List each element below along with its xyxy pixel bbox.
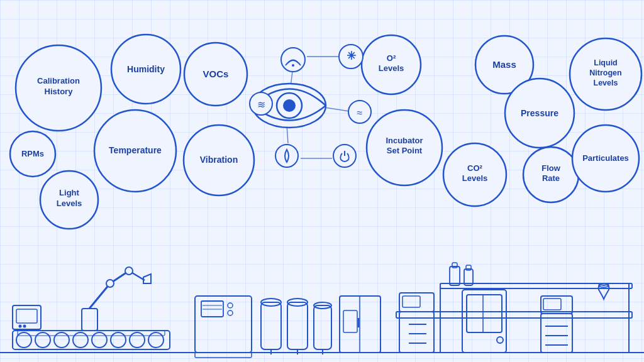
- svg-text:History: History: [45, 87, 74, 96]
- svg-point-71: [19, 325, 22, 328]
- svg-text:VOCs: VOCs: [203, 69, 229, 79]
- svg-text:Pressure: Pressure: [521, 108, 558, 118]
- svg-text:Levels: Levels: [462, 173, 487, 183]
- svg-point-77: [106, 280, 114, 287]
- svg-text:≈: ≈: [357, 107, 363, 118]
- svg-rect-88: [287, 302, 308, 349]
- svg-line-74: [89, 283, 110, 309]
- svg-rect-85: [195, 353, 252, 358]
- svg-text:Mass: Mass: [492, 59, 516, 70]
- svg-rect-86: [261, 302, 281, 349]
- svg-rect-118: [543, 299, 561, 310]
- svg-text:Calibration: Calibration: [37, 76, 80, 85]
- svg-point-65: [111, 332, 126, 348]
- svg-point-46: [283, 99, 296, 112]
- factory-illustration: [0, 236, 644, 362]
- svg-text:Light: Light: [59, 188, 79, 197]
- svg-point-72: [23, 325, 26, 328]
- svg-point-62: [54, 332, 69, 348]
- svg-text:RPMs: RPMs: [21, 149, 44, 158]
- svg-text:Particulates: Particulates: [582, 153, 629, 163]
- svg-rect-110: [467, 295, 502, 332]
- svg-rect-70: [16, 309, 37, 323]
- svg-text:✳: ✳: [347, 50, 356, 62]
- svg-text:CO²: CO²: [467, 163, 483, 173]
- svg-rect-104: [402, 296, 420, 307]
- svg-point-66: [130, 332, 145, 348]
- svg-text:Temperature: Temperature: [109, 145, 162, 155]
- svg-point-67: [148, 332, 164, 348]
- svg-rect-90: [314, 305, 331, 349]
- svg-rect-73: [82, 309, 97, 331]
- svg-point-112: [497, 337, 503, 343]
- svg-point-48: [292, 64, 294, 67]
- svg-rect-97: [343, 310, 357, 332]
- svg-text:O²: O²: [387, 53, 396, 63]
- svg-point-83: [228, 303, 233, 308]
- svg-text:Vibration: Vibration: [200, 155, 238, 165]
- svg-rect-100: [440, 283, 632, 288]
- svg-text:Levels: Levels: [57, 199, 82, 208]
- svg-rect-119: [541, 314, 572, 353]
- svg-text:Incubator: Incubator: [386, 136, 423, 145]
- svg-point-60: [16, 332, 31, 348]
- main-container: Calibration History Humidity RPMs Temper…: [0, 0, 644, 362]
- svg-text:Nitrogen: Nitrogen: [589, 69, 621, 77]
- svg-point-55: [275, 145, 298, 167]
- svg-rect-113: [450, 266, 460, 285]
- svg-text:Set Point: Set Point: [387, 146, 423, 155]
- svg-point-78: [125, 267, 133, 275]
- svg-point-64: [92, 332, 107, 348]
- svg-text:Levels: Levels: [594, 79, 618, 87]
- svg-text:Flow: Flow: [541, 163, 560, 173]
- svg-point-61: [35, 332, 50, 348]
- svg-point-84: [228, 310, 233, 315]
- svg-text:Rate: Rate: [542, 173, 560, 183]
- svg-text:≋: ≋: [257, 99, 265, 110]
- svg-text:Levels: Levels: [379, 63, 404, 73]
- svg-text:Humidity: Humidity: [127, 64, 165, 74]
- svg-rect-99: [396, 312, 632, 318]
- svg-point-63: [73, 332, 88, 348]
- diagram-svg: Calibration History Humidity RPMs Temper…: [0, 0, 644, 251]
- svg-text:Liquid: Liquid: [594, 58, 618, 67]
